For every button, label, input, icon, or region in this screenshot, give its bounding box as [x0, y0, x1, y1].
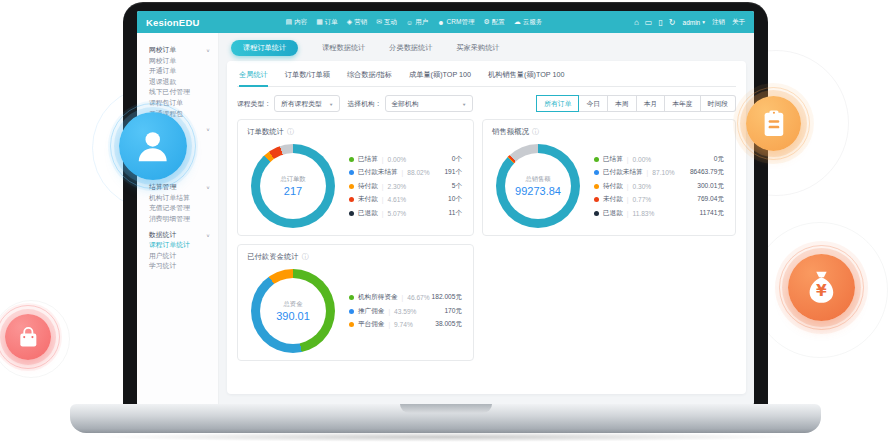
primary-tab[interactable]: 分类数据统计 [389, 43, 432, 53]
legend-dot [349, 197, 354, 202]
legend-percent: 2.30% [388, 183, 407, 190]
org-select[interactable]: 全部机构 ▾ [385, 95, 473, 112]
sidebar-item[interactable]: 充值记录管理 ∨ [137, 203, 218, 214]
logout-link[interactable]: 注销 [712, 18, 725, 27]
sidebar-item[interactable]: 机构订单结算 ∨ [137, 193, 218, 204]
cards-grid: 订单数统计 ⓘ 总订单数 217 [237, 119, 736, 361]
card-title-text: 订单数统计 [247, 127, 284, 137]
mobile-icon[interactable]: ▯ [658, 18, 662, 27]
chart-legend: 已结算 | 0.00% 0个 已付款未结算 | 88.02% [349, 155, 464, 218]
sidebar-item[interactable]: 网校订单 ∨ [137, 56, 218, 67]
legend-row: 已结算 | 0.00% 0个 [349, 155, 462, 164]
nav-menu-item[interactable]: ▦ 订单 [316, 18, 338, 27]
legend-row: 平台佣金 | 9.74% 38.005元 [349, 320, 462, 329]
sidebar-item[interactable]: 线下已付管理 ∨ [137, 87, 218, 98]
nav-menu-label: 用户 [415, 18, 428, 27]
caret-down-icon: ▾ [702, 19, 705, 25]
nav-menu-item[interactable]: ☻ CRM管理 [437, 18, 474, 27]
legend-label: 已付款未结算 [358, 168, 398, 177]
legend-row: 机构所得资金 | 46.67% 182.005元 [349, 293, 462, 302]
nav-menu-item[interactable]: ⚙ 配置 [483, 18, 504, 27]
sidebar-item[interactable]: 网校订单 ∨ [137, 45, 218, 56]
refresh-icon[interactable]: ↻ [669, 18, 676, 27]
secondary-tab[interactable]: 机构销售量(额)TOP 100 [488, 70, 564, 80]
sidebar-item[interactable]: 消费明细管理 ∨ [137, 214, 218, 225]
range-button[interactable]: 今日 [579, 95, 608, 112]
laptop-floor-shadow [95, 432, 795, 442]
range-button[interactable]: 本月 [637, 95, 666, 112]
primary-tab[interactable]: 课程数据统计 [322, 43, 365, 53]
chevron-down-icon: ∨ [206, 46, 210, 54]
range-button[interactable]: 本年度 [665, 95, 700, 112]
home-icon[interactable]: ⌂ [634, 18, 639, 27]
sidebar-item[interactable]: 学习统计 ∨ [137, 261, 218, 272]
shopping-bag-icon [15, 324, 42, 351]
course-type-select[interactable]: 所有课程类型 ▾ [274, 95, 340, 112]
legend-row: 已退款 | 11.83% 11741元 [594, 209, 724, 218]
org-value: 全部机构 [392, 99, 419, 109]
range-button[interactable]: 所有订单 [536, 95, 579, 112]
sidebar-item-label: 消费明细管理 [149, 214, 190, 225]
secondary-tab[interactable]: 全局统计 [239, 70, 268, 80]
sidebar-item[interactable]: 数据统计 ∨ [137, 230, 218, 241]
card-title: 销售额概况 ⓘ [492, 127, 726, 137]
legend-row: 推广佣金 | 43.59% 170元 [349, 307, 462, 316]
legend-separator: | [382, 156, 384, 163]
brand-logo: KesionEDU [146, 17, 200, 28]
legend-row: 已结算 | 0.00% 0元 [594, 155, 724, 164]
nav-menu-item[interactable]: ◈ 营销 [347, 18, 367, 27]
primary-tab[interactable]: 课程订单统计 [231, 40, 298, 56]
nav-menu: ▤ 内容 ▦ 订单 ◈ 营销 ✉ 互动 ☺ 用户 [286, 18, 543, 27]
info-icon[interactable]: ⓘ [302, 252, 309, 262]
sidebar-item-label: 充值记录管理 [149, 203, 190, 214]
sidebar-item[interactable]: 课程订单统计 ∨ [137, 240, 218, 251]
legend-percent: 0.77% [633, 196, 652, 203]
clipboard-icon [758, 108, 790, 140]
sidebar-item[interactable]: 用户统计 ∨ [137, 251, 218, 262]
user-menu[interactable]: admin ▾ [683, 19, 705, 26]
info-icon[interactable]: ⓘ [287, 127, 294, 137]
secondary-tab[interactable]: 成单量(额)TOP 100 [409, 70, 471, 80]
legend-percent: 88.02% [407, 169, 429, 176]
donut-center-value: 217 [284, 185, 302, 197]
secondary-tab[interactable]: 综合数据/指标 [347, 70, 392, 80]
user-icon [133, 126, 172, 165]
primary-tab[interactable]: 买家采购统计 [456, 43, 499, 53]
info-icon[interactable]: ⓘ [532, 127, 539, 137]
sidebar-item[interactable]: 课程包订单 ∨ [137, 98, 218, 109]
sidebar-item[interactable]: 结算管理 ∨ [137, 182, 218, 193]
sidebar-item[interactable]: 退课退款 ∨ [137, 77, 218, 88]
legend-value: 11个 [449, 209, 462, 218]
orders-donut-chart: 总订单数 217 [251, 144, 335, 228]
secondary-tabs: 全局统计订单数/订单额综合数据/指标成单量(额)TOP 100机构销售量(额)T… [237, 67, 736, 87]
sidebar-item-label: 数据统计 [149, 230, 176, 241]
legend-separator: | [388, 321, 390, 328]
legend-dot [349, 157, 354, 162]
range-button[interactable]: 本周 [608, 95, 637, 112]
legend-separator: | [627, 196, 629, 203]
nav-menu-label: CRM管理 [447, 18, 475, 27]
legend-separator: | [402, 294, 404, 301]
legend-percent: 4.61% [388, 196, 407, 203]
card-body: 总订单数 217 已结算 | 0.00% [247, 144, 464, 228]
nav-menu-item[interactable]: ☺ 用户 [406, 18, 428, 27]
nav-menu-icon: ▤ [286, 18, 293, 26]
nav-menu-item[interactable]: ▤ 内容 [286, 18, 308, 27]
nav-menu-icon: ◈ [347, 18, 352, 26]
nav-menu-item[interactable]: ✉ 互动 [376, 18, 397, 27]
money-bag-feature-bubble: ¥ [788, 254, 855, 321]
legend-separator: | [388, 308, 390, 315]
main-content: 课程订单统计课程数据统计分类数据统计买家采购统计 全局统计订单数/订单额综合数据… [219, 33, 754, 405]
legend-value: 11741元 [700, 209, 724, 218]
donut-center: 总资金 390.01 [251, 269, 335, 353]
donut-center-value: 390.01 [276, 310, 310, 322]
secondary-tab[interactable]: 订单数/订单额 [285, 70, 330, 80]
legend-value: 182.005元 [432, 293, 462, 302]
card-body: 总销售额 99273.84 已结算 | 0. [492, 144, 726, 228]
about-link[interactable]: 关于 [732, 18, 745, 27]
range-button[interactable]: 时间段 [701, 95, 736, 112]
monitor-icon[interactable]: ▭ [645, 18, 653, 27]
nav-menu-label: 互动 [384, 18, 397, 27]
sidebar-item[interactable]: 开通订单 ∨ [137, 66, 218, 77]
nav-menu-item[interactable]: ☁ 云服务 [514, 18, 543, 27]
